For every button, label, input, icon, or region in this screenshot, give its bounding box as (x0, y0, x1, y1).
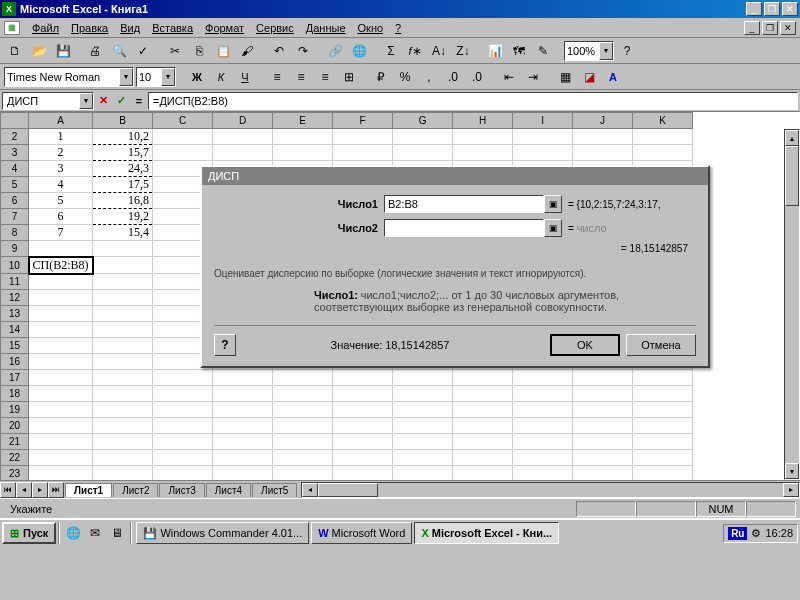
copy-icon[interactable]: ⎘ (188, 40, 210, 62)
merge-icon[interactable]: ⊞ (338, 66, 360, 88)
fill-color-icon[interactable]: ◪ (578, 66, 600, 88)
minimize-button[interactable]: _ (746, 2, 762, 16)
autosum-icon[interactable]: Σ (380, 40, 402, 62)
cell[interactable] (29, 338, 93, 354)
quicklaunch-icon-1[interactable]: 🌐 (62, 522, 84, 544)
col-header[interactable]: D (213, 113, 273, 129)
sheet-tab-5[interactable]: Лист5 (252, 483, 297, 497)
web-icon[interactable]: 🌐 (348, 40, 370, 62)
cell[interactable] (573, 450, 633, 466)
menu-format[interactable]: Формат (199, 20, 250, 36)
percent-icon[interactable]: % (394, 66, 416, 88)
cell[interactable] (213, 370, 273, 386)
cell[interactable] (573, 402, 633, 418)
row-header[interactable]: 17 (1, 370, 29, 386)
sheet-tab-2[interactable]: Лист2 (113, 483, 158, 497)
language-indicator[interactable]: Ru (728, 527, 747, 540)
cell[interactable] (29, 370, 93, 386)
row-header[interactable]: 5 (1, 177, 29, 193)
print-icon[interactable]: 🖨 (84, 40, 106, 62)
quicklaunch-icon-2[interactable]: ✉ (84, 522, 106, 544)
cell[interactable] (153, 434, 213, 450)
row-header[interactable]: 13 (1, 306, 29, 322)
hyperlink-icon[interactable]: 🔗 (324, 40, 346, 62)
redo-icon[interactable]: ↷ (292, 40, 314, 62)
cell[interactable] (573, 145, 633, 161)
chart-icon[interactable]: 📊 (484, 40, 506, 62)
decrease-decimal-icon[interactable]: .0 (466, 66, 488, 88)
align-center-icon[interactable]: ≡ (290, 66, 312, 88)
cell[interactable] (393, 418, 453, 434)
mdi-restore-button[interactable]: ❐ (762, 21, 778, 35)
cell[interactable]: 16,8 (93, 193, 153, 209)
cell[interactable]: 15,7 (93, 145, 153, 161)
col-header[interactable]: B (93, 113, 153, 129)
cell[interactable] (153, 370, 213, 386)
cell[interactable]: 2 (29, 145, 93, 161)
cell[interactable] (393, 434, 453, 450)
cell[interactable] (513, 370, 573, 386)
tab-first-icon[interactable]: ⏮ (0, 482, 16, 498)
indent-increase-icon[interactable]: ⇥ (522, 66, 544, 88)
maximize-button[interactable]: ❐ (764, 2, 780, 16)
dialog-help-icon[interactable]: ? (214, 334, 236, 356)
cell[interactable] (633, 434, 693, 450)
col-header[interactable]: G (393, 113, 453, 129)
cell[interactable] (333, 402, 393, 418)
cell[interactable] (29, 434, 93, 450)
cell[interactable]: 17,5 (93, 177, 153, 193)
menu-tools[interactable]: Сервис (250, 20, 300, 36)
menu-data[interactable]: Данные (300, 20, 352, 36)
menu-window[interactable]: Окно (352, 20, 390, 36)
cell[interactable] (93, 257, 153, 274)
row-header[interactable]: 11 (1, 274, 29, 290)
ok-button[interactable]: OK (550, 334, 620, 356)
align-left-icon[interactable]: ≡ (266, 66, 288, 88)
save-icon[interactable]: 💾 (52, 40, 74, 62)
cell[interactable] (513, 402, 573, 418)
cell[interactable] (93, 450, 153, 466)
indent-decrease-icon[interactable]: ⇤ (498, 66, 520, 88)
row-header[interactable]: 19 (1, 402, 29, 418)
cell[interactable] (573, 370, 633, 386)
cell[interactable] (393, 450, 453, 466)
cell[interactable] (93, 241, 153, 257)
cell[interactable]: 1 (29, 129, 93, 145)
cell[interactable] (573, 386, 633, 402)
row-header[interactable]: 6 (1, 193, 29, 209)
cell[interactable] (93, 354, 153, 370)
cell[interactable] (453, 434, 513, 450)
row-header[interactable]: 9 (1, 241, 29, 257)
menu-file[interactable]: Файл (26, 20, 65, 36)
menu-edit[interactable]: Правка (65, 20, 114, 36)
cell[interactable] (213, 434, 273, 450)
row-header[interactable]: 18 (1, 386, 29, 402)
spell-icon[interactable]: ✓ (132, 40, 154, 62)
cell[interactable] (93, 274, 153, 290)
cell[interactable] (153, 402, 213, 418)
cell[interactable] (153, 386, 213, 402)
cell[interactable] (573, 434, 633, 450)
row-header[interactable]: 20 (1, 418, 29, 434)
borders-icon[interactable]: ▦ (554, 66, 576, 88)
undo-icon[interactable]: ↶ (268, 40, 290, 62)
cell[interactable] (93, 306, 153, 322)
cell[interactable] (93, 402, 153, 418)
col-header[interactable]: H (453, 113, 513, 129)
formula-input[interactable]: =ДИСП(B2:B8) (148, 92, 798, 110)
arg2-input[interactable] (384, 219, 544, 237)
cell[interactable] (29, 386, 93, 402)
cell[interactable] (93, 418, 153, 434)
sort-asc-icon[interactable]: A↓ (428, 40, 450, 62)
cell[interactable] (633, 370, 693, 386)
help-icon[interactable]: ? (616, 40, 638, 62)
cell[interactable] (573, 129, 633, 145)
cell[interactable] (213, 418, 273, 434)
tray-icon[interactable]: ⚙ (751, 527, 761, 540)
taskbar-item-1[interactable]: 💾Windows Commander 4.01... (136, 522, 309, 544)
preview-icon[interactable]: 🔍 (108, 40, 130, 62)
cell[interactable] (453, 450, 513, 466)
cell[interactable] (273, 129, 333, 145)
align-right-icon[interactable]: ≡ (314, 66, 336, 88)
cell[interactable] (29, 241, 93, 257)
